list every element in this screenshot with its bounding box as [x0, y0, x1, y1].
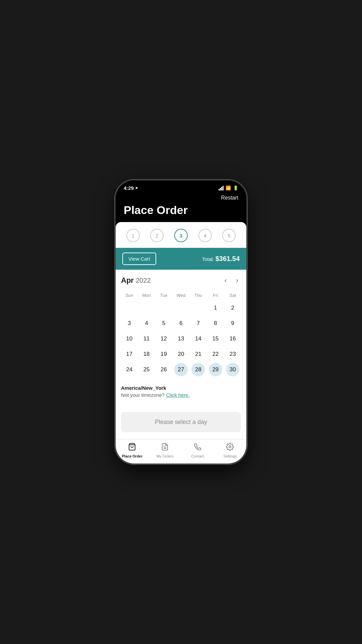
calendar: Apr 2022 ‹ › Sun Mon Tue Wed Thu Fri — [116, 270, 246, 381]
signal-bar-4 — [223, 186, 224, 191]
main-content: 1 2 3 4 5 View Cart Total: — [116, 222, 246, 439]
day-27[interactable]: 27 — [174, 363, 188, 376]
step-2[interactable]: 2 — [150, 229, 164, 242]
nav-label-place-order: Place Order — [122, 454, 143, 458]
svg-point-3 — [229, 446, 231, 448]
day-empty — [157, 301, 171, 315]
phone-screen: 4:29 ➤ 📶 🔋 Restart Place Order — [116, 180, 246, 464]
timezone-section: America/New_York Not your timezone? Clic… — [116, 381, 246, 403]
calendar-month: Apr — [121, 276, 134, 285]
day-11[interactable]: 11 — [140, 332, 153, 345]
orders-nav-icon — [161, 443, 169, 453]
day-19[interactable]: 19 — [157, 347, 171, 361]
signal-bars — [219, 186, 224, 191]
day-20[interactable]: 20 — [174, 347, 188, 361]
total-label: Total: — [202, 256, 214, 262]
timezone-name: America/New_York — [121, 385, 241, 391]
day-header-sun: Sun — [121, 291, 137, 300]
day-header-tue: Tue — [156, 291, 172, 300]
day-29[interactable]: 29 — [209, 363, 222, 376]
step-4[interactable]: 4 — [198, 229, 212, 242]
day-empty — [123, 301, 136, 315]
day-13[interactable]: 13 — [174, 332, 188, 345]
day-empty — [140, 301, 153, 315]
timezone-change: Not your timezone? Click here. — [121, 392, 241, 398]
day-15[interactable]: 15 — [209, 332, 222, 345]
nav-settings[interactable]: Settings — [220, 443, 240, 458]
day-5[interactable]: 5 — [157, 317, 171, 330]
day-2[interactable]: 2 — [226, 301, 239, 315]
cart-nav-icon — [128, 443, 136, 453]
day-24[interactable]: 24 — [123, 363, 136, 376]
day-14[interactable]: 14 — [191, 332, 205, 345]
nav-label-contact: Contact — [191, 454, 204, 458]
nav-label-my-orders: My Orders — [157, 454, 174, 458]
day-21[interactable]: 21 — [191, 347, 205, 361]
location-icon: ➤ — [135, 186, 138, 190]
select-day-button[interactable]: Please select a day — [121, 412, 241, 432]
day-header-fri: Fri — [207, 291, 224, 300]
view-cart-button[interactable]: View Cart — [122, 253, 156, 265]
day-10[interactable]: 10 — [123, 332, 136, 345]
day-23[interactable]: 23 — [226, 347, 239, 361]
nav-label-settings: Settings — [224, 454, 237, 458]
calendar-header: Apr 2022 ‹ › — [121, 275, 241, 285]
nav-my-orders[interactable]: My Orders — [155, 443, 175, 458]
day-28[interactable]: 28 — [191, 363, 205, 376]
timezone-link[interactable]: Click here. — [166, 392, 190, 398]
nav-place-order[interactable]: Place Order — [122, 443, 143, 458]
bottom-nav: Place Order My Orders — [116, 439, 246, 464]
calendar-grid: Sun Mon Tue Wed Thu Fri Sat 1 2 — [121, 291, 241, 377]
battery-icon: 🔋 — [233, 185, 238, 191]
day-3[interactable]: 3 — [123, 317, 136, 330]
day-7[interactable]: 7 — [191, 317, 205, 330]
day-header-wed: Wed — [173, 291, 189, 300]
calendar-nav: ‹ › — [222, 275, 241, 285]
day-empty — [174, 301, 188, 315]
day-30[interactable]: 30 — [226, 363, 239, 376]
calendar-month-year: Apr 2022 — [121, 276, 150, 285]
timezone-question: Not your timezone? — [121, 392, 165, 398]
calendar-year: 2022 — [136, 277, 151, 284]
phone-frame: 4:29 ➤ 📶 🔋 Restart Place Order — [116, 180, 246, 464]
time-display: 4:29 — [124, 185, 134, 191]
day-header-sat: Sat — [225, 291, 241, 300]
day-22[interactable]: 22 — [209, 347, 222, 361]
step-1[interactable]: 1 — [126, 229, 140, 242]
day-12[interactable]: 12 — [157, 332, 171, 345]
day-4[interactable]: 4 — [140, 317, 153, 330]
day-header-mon: Mon — [138, 291, 155, 300]
step-3[interactable]: 3 — [174, 229, 188, 242]
signal-bar-3 — [221, 187, 222, 191]
steps-container: 1 2 3 4 5 — [116, 222, 246, 248]
cart-bar: View Cart Total: $361.54 — [116, 248, 246, 270]
contact-nav-icon — [193, 443, 201, 453]
restart-button[interactable]: Restart — [124, 195, 238, 201]
notch — [161, 180, 201, 190]
app-header: Restart Place Order — [116, 194, 246, 222]
day-9[interactable]: 9 — [226, 317, 239, 330]
page-title: Place Order — [124, 204, 238, 217]
day-6[interactable]: 6 — [174, 317, 188, 330]
next-month-button[interactable]: › — [233, 275, 241, 285]
signal-bar-1 — [219, 189, 220, 191]
select-day-container: Please select a day — [116, 408, 246, 439]
signal-bar-2 — [220, 188, 221, 191]
day-header-thu: Thu — [190, 291, 206, 300]
day-16[interactable]: 16 — [226, 332, 239, 345]
day-empty — [191, 301, 205, 315]
step-5[interactable]: 5 — [222, 229, 236, 242]
status-icons: 📶 🔋 — [219, 185, 238, 191]
status-bar: 4:29 ➤ 📶 🔋 — [116, 180, 246, 194]
day-1[interactable]: 1 — [209, 301, 222, 315]
day-17[interactable]: 17 — [123, 347, 136, 361]
day-25[interactable]: 25 — [140, 363, 153, 376]
day-26[interactable]: 26 — [157, 363, 171, 376]
day-18[interactable]: 18 — [140, 347, 153, 361]
nav-contact[interactable]: Contact — [187, 443, 207, 458]
total-amount: $361.54 — [216, 255, 240, 262]
cart-total: Total: $361.54 — [202, 255, 240, 263]
prev-month-button[interactable]: ‹ — [222, 275, 230, 285]
status-time: 4:29 ➤ — [124, 185, 138, 191]
day-8[interactable]: 8 — [209, 317, 222, 330]
